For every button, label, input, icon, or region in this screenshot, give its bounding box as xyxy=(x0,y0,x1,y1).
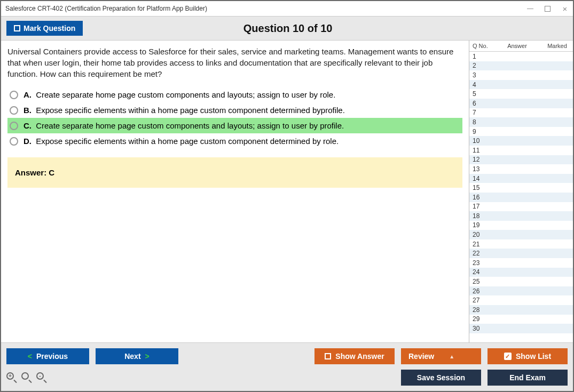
nav-row-number: 21 xyxy=(469,241,491,248)
footer-row-2: + - Save Session End Exam xyxy=(6,370,568,386)
nav-row[interactable]: 13 xyxy=(469,164,573,174)
nav-row-number: 28 xyxy=(469,306,491,314)
answer-box: Answer: C xyxy=(7,157,462,188)
nav-row-number: 24 xyxy=(469,268,491,276)
save-session-label: Save Session xyxy=(417,373,465,382)
question-content: Universal Containers provide access to S… xyxy=(1,41,469,342)
nav-row[interactable]: 20 xyxy=(469,230,573,239)
save-session-button[interactable]: Save Session xyxy=(401,370,481,386)
nav-row-number: 19 xyxy=(469,221,491,229)
option-a[interactable]: A. Create separate home page custom comp… xyxy=(7,87,462,102)
option-d[interactable]: D. Expose specific elements within a hom… xyxy=(7,133,462,149)
end-exam-button[interactable]: End Exam xyxy=(487,370,568,386)
show-list-label: Show List xyxy=(516,352,551,361)
col-qno: Q No. xyxy=(470,43,492,49)
nav-row[interactable]: 8 xyxy=(469,117,573,127)
option-b[interactable]: B. Expose specific elements within a hom… xyxy=(7,102,462,118)
nav-row[interactable]: 10 xyxy=(469,136,573,146)
nav-row[interactable]: 28 xyxy=(469,305,573,315)
nav-row[interactable]: 18 xyxy=(469,211,573,221)
nav-row[interactable]: 25 xyxy=(469,277,573,286)
nav-row[interactable]: 12 xyxy=(469,155,573,165)
nav-row-number: 10 xyxy=(469,137,491,145)
mark-question-button[interactable]: Mark Question xyxy=(6,21,83,36)
nav-row[interactable]: 29 xyxy=(469,315,573,324)
nav-row-number: 2 xyxy=(469,62,491,69)
main-area: Universal Containers provide access to S… xyxy=(1,41,573,342)
nav-list[interactable]: 1234567891011121314151617181920212223242… xyxy=(469,52,573,342)
nav-row-number: 20 xyxy=(469,231,491,238)
show-list-button[interactable]: ✓ Show List xyxy=(487,348,568,364)
minimize-icon[interactable]: — xyxy=(526,5,534,12)
nav-row-number: 23 xyxy=(469,259,491,267)
nav-row[interactable]: 24 xyxy=(469,268,573,277)
footer-row-1: < Previous Next > Show Answer Review ▲ ✓… xyxy=(6,348,568,364)
maximize-icon[interactable] xyxy=(545,6,551,12)
nav-row-number: 25 xyxy=(469,278,491,285)
nav-row-number: 6 xyxy=(469,100,491,107)
check-icon: ✓ xyxy=(504,353,512,360)
next-button[interactable]: Next > xyxy=(96,348,178,364)
checkbox-icon xyxy=(325,353,331,359)
previous-button[interactable]: < Previous xyxy=(6,348,89,364)
nav-row[interactable]: 4 xyxy=(469,80,573,90)
footer: < Previous Next > Show Answer Review ▲ ✓… xyxy=(1,342,573,391)
nav-row-number: 18 xyxy=(469,212,491,220)
nav-row[interactable]: 1 xyxy=(469,52,573,61)
nav-row-number: 9 xyxy=(469,128,491,135)
nav-row[interactable]: 11 xyxy=(469,146,573,155)
nav-row[interactable]: 23 xyxy=(469,258,573,268)
nav-row-number: 26 xyxy=(469,287,491,295)
nav-row[interactable]: 27 xyxy=(469,295,573,305)
nav-row[interactable]: 5 xyxy=(469,89,573,99)
radio-icon xyxy=(10,106,18,115)
nav-row-number: 14 xyxy=(469,175,491,182)
chevron-left-icon: < xyxy=(28,352,32,361)
nav-row[interactable]: 6 xyxy=(469,99,573,108)
col-answer: Answer xyxy=(492,43,542,49)
review-label: Review xyxy=(408,352,434,361)
zoom-controls: + - xyxy=(6,372,47,383)
nav-row[interactable]: 7 xyxy=(469,108,573,118)
zoom-reset-icon[interactable] xyxy=(21,372,32,383)
nav-row[interactable]: 15 xyxy=(469,183,573,193)
zoom-in-icon[interactable]: + xyxy=(6,372,17,383)
nav-row[interactable]: 16 xyxy=(469,193,573,202)
titlebar: Salesforce CRT-402 (Certification Prepar… xyxy=(1,1,573,16)
nav-row[interactable]: 3 xyxy=(469,70,573,80)
nav-row-number: 29 xyxy=(469,315,491,323)
nav-row[interactable]: 17 xyxy=(469,202,573,212)
nav-row-number: 1 xyxy=(469,53,491,60)
review-button[interactable]: Review ▲ xyxy=(401,348,481,364)
chevron-right-icon: > xyxy=(145,352,150,361)
nav-row[interactable]: 26 xyxy=(469,286,573,296)
nav-row[interactable]: 9 xyxy=(469,127,573,137)
nav-row[interactable]: 2 xyxy=(469,61,573,71)
nav-row[interactable]: 30 xyxy=(469,324,573,333)
nav-row[interactable]: 19 xyxy=(469,221,573,230)
next-label: Next xyxy=(124,352,140,361)
nav-row[interactable]: 21 xyxy=(469,239,573,249)
radio-icon xyxy=(10,137,18,146)
option-text: D. Expose specific elements within a hom… xyxy=(23,137,339,146)
close-icon[interactable]: × xyxy=(561,5,569,12)
checkbox-icon xyxy=(14,25,20,31)
show-answer-button[interactable]: Show Answer xyxy=(314,348,395,364)
app-window: Salesforce CRT-402 (Certification Prepar… xyxy=(0,0,574,392)
window-title: Salesforce CRT-402 (Certification Prepar… xyxy=(5,5,207,12)
nav-row-number: 22 xyxy=(469,250,491,257)
nav-row-number: 27 xyxy=(469,297,491,304)
option-c[interactable]: C. Create separate home page custom comp… xyxy=(7,118,462,133)
zoom-out-icon[interactable]: - xyxy=(36,372,47,383)
nav-row-number: 8 xyxy=(469,118,491,126)
nav-row-number: 30 xyxy=(469,325,491,332)
nav-header: Q No. Answer Marked xyxy=(469,41,573,52)
nav-row-number: 11 xyxy=(469,147,491,154)
nav-row-number: 4 xyxy=(469,81,491,89)
dropdown-arrow-icon: ▲ xyxy=(449,354,454,359)
end-exam-label: End Exam xyxy=(509,373,546,382)
nav-row[interactable]: 14 xyxy=(469,174,573,183)
nav-row-number: 13 xyxy=(469,165,491,173)
nav-row-number: 3 xyxy=(469,71,491,79)
nav-row[interactable]: 22 xyxy=(469,249,573,258)
